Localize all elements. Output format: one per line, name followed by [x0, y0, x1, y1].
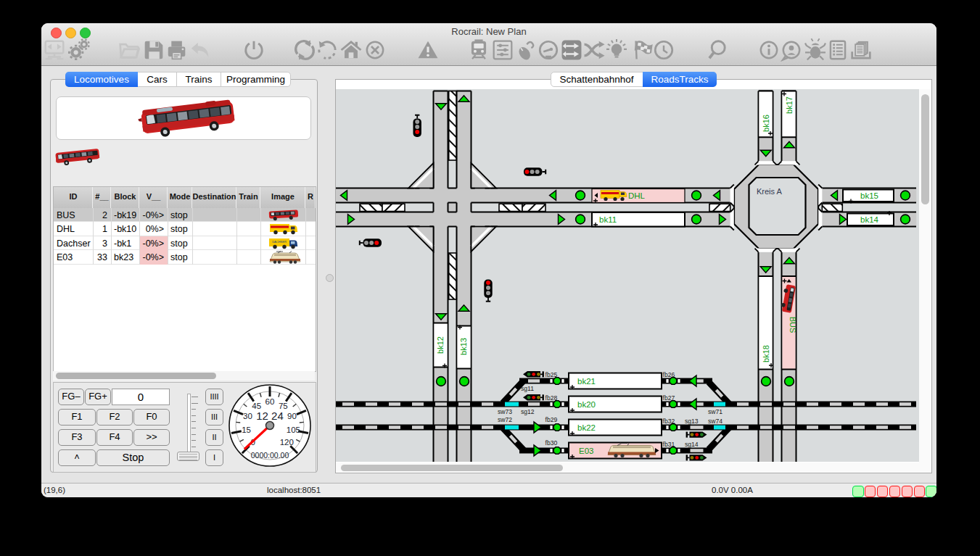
svg-text:bk22: bk22: [577, 423, 596, 432]
svg-text:sg12: sg12: [521, 408, 535, 415]
svg-text:fb28: fb28: [545, 394, 558, 402]
svg-text:DHL: DHL: [628, 191, 646, 200]
svg-text:bk15: bk15: [860, 191, 878, 200]
svg-text:sw72: sw72: [498, 416, 512, 423]
svg-text:bk20: bk20: [577, 400, 596, 409]
svg-text:90: 90: [287, 412, 297, 420]
svg-text:fb29: fb29: [545, 416, 558, 423]
svg-text:fb31: fb31: [663, 441, 675, 448]
svg-text:E03: E03: [579, 447, 593, 455]
svg-text:bk21: bk21: [577, 377, 596, 386]
svg-text:DACHSER: DACHSER: [272, 239, 287, 243]
svg-text:12 24: 12 24: [256, 409, 284, 421]
svg-text:Kreis A: Kreis A: [757, 187, 783, 196]
svg-text:bk18: bk18: [762, 345, 770, 362]
svg-text:sg11: sg11: [521, 385, 534, 392]
svg-text:30: 30: [243, 412, 252, 420]
svg-text:BUS: BUS: [788, 317, 797, 333]
svg-text:sw74: sw74: [708, 418, 722, 425]
svg-text:bk16: bk16: [762, 115, 770, 132]
svg-text:bk17: bk17: [785, 96, 794, 114]
svg-text:sg14: sg14: [685, 441, 699, 448]
svg-text:sw73: sw73: [498, 408, 512, 415]
svg-text:fb32: fb32: [663, 418, 675, 425]
svg-text:105: 105: [287, 426, 300, 434]
svg-text:15: 15: [242, 426, 251, 434]
svg-text:bk14: bk14: [860, 215, 879, 224]
svg-text:bk11: bk11: [599, 215, 617, 224]
svg-text:fb30: fb30: [545, 439, 558, 447]
svg-text:bk12: bk12: [436, 336, 445, 354]
svg-text:fb26: fb26: [663, 371, 675, 378]
svg-text:fb27: fb27: [663, 394, 675, 402]
svg-text:120: 120: [280, 438, 294, 447]
svg-text:fb25: fb25: [545, 371, 558, 378]
svg-text:0000:00.00: 0000:00.00: [251, 450, 289, 459]
svg-text:sw71: sw71: [708, 408, 722, 415]
svg-text:sg13: sg13: [685, 418, 699, 425]
svg-text:60: 60: [265, 397, 275, 406]
svg-text:bk13: bk13: [459, 338, 468, 355]
